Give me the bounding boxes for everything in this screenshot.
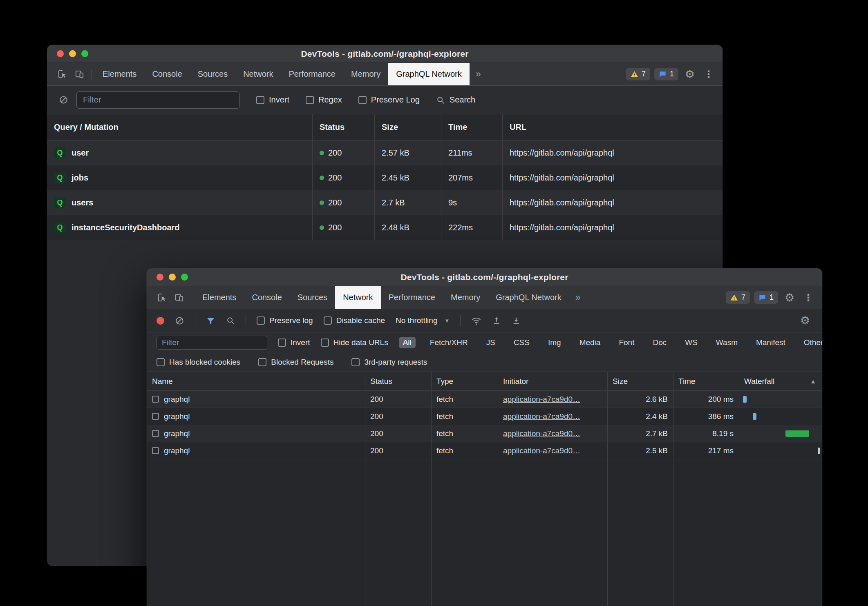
import-har-icon[interactable] (512, 316, 521, 325)
warnings-badge[interactable]: 7 (726, 291, 750, 304)
inspect-icon[interactable] (54, 63, 71, 85)
table-row[interactable]: Qusers 200 2.7 kB 9s https://gitlab.com/… (47, 190, 723, 215)
filter-type-js[interactable]: JS (482, 337, 499, 348)
filter-type-wasm[interactable]: Wasm (712, 337, 742, 348)
filter-type-fetch-xhr[interactable]: Fetch/XHR (426, 337, 472, 348)
settings-gear-icon[interactable]: ⚙ (782, 291, 797, 304)
regex-checkbox[interactable]: Regex (306, 95, 342, 105)
throttling-dropdown[interactable]: No throttling ▼ (396, 316, 450, 325)
preserve-log-checkbox[interactable]: Preserve Log (358, 95, 420, 105)
tab-memory[interactable]: Memory (343, 63, 388, 85)
table-row[interactable]: Quser 200 2.57 kB 211ms https://gitlab.c… (47, 140, 723, 165)
query-name: users (72, 198, 93, 207)
device-toolbar-icon[interactable] (71, 63, 88, 85)
close-button[interactable] (157, 274, 163, 281)
filter-funnel-icon[interactable] (206, 316, 215, 325)
time-value: 9s (441, 190, 503, 215)
tab-memory[interactable]: Memory (443, 286, 488, 309)
close-button[interactable] (57, 50, 64, 57)
column-header-initiator[interactable]: Initiator (498, 372, 607, 390)
clear-icon[interactable] (56, 95, 71, 105)
titlebar[interactable]: DevTools - gitlab.com/-/graphql-explorer (147, 268, 822, 286)
table-row[interactable]: graphql 200 fetch application-a7ca9d0… 2… (147, 408, 822, 425)
disable-cache-checkbox[interactable]: Disable cache (324, 316, 385, 325)
has-blocked-cookies-checkbox[interactable]: Has blocked cookies (157, 358, 240, 367)
inspect-icon[interactable] (153, 286, 170, 309)
kebab-menu-icon[interactable]: ⋮ (801, 292, 816, 303)
initiator-link[interactable]: application-a7ca9d0… (503, 395, 580, 404)
fullscreen-button[interactable] (181, 274, 188, 281)
preserve-log-checkbox[interactable]: Preserve log (257, 316, 313, 325)
filter-type-other[interactable]: Other (800, 337, 822, 348)
kebab-menu-icon[interactable]: ⋮ (701, 69, 716, 80)
initiator-link[interactable]: application-a7ca9d0… (503, 412, 580, 421)
tab-network[interactable]: Network (335, 286, 380, 309)
disable-cache-label: Disable cache (336, 316, 385, 325)
column-header-waterfall[interactable]: Waterfall ▲ (739, 372, 822, 390)
filter-input[interactable] (157, 336, 267, 350)
tab-performance[interactable]: Performance (281, 63, 344, 85)
issues-badge[interactable]: 1 (654, 68, 678, 80)
record-icon[interactable] (157, 317, 164, 325)
column-header-time[interactable]: Time (673, 372, 739, 390)
fullscreen-button[interactable] (81, 50, 88, 57)
column-header-status[interactable]: Status (365, 372, 431, 390)
tab-graphql-network[interactable]: GraphQL Network (388, 63, 469, 85)
tab-elements[interactable]: Elements (95, 63, 144, 85)
url-value: https://gitlab.com/api/graphql (503, 140, 723, 165)
search-icon[interactable] (226, 316, 235, 325)
more-tabs-button[interactable]: » (569, 286, 587, 309)
checkbox (306, 96, 314, 104)
tab-elements[interactable]: Elements (195, 286, 244, 309)
minimize-button[interactable] (69, 50, 76, 57)
column-header-url[interactable]: URL (503, 114, 723, 140)
warnings-badge[interactable]: 7 (626, 68, 650, 80)
more-tabs-button[interactable]: » (470, 63, 487, 85)
search-button[interactable]: Search (436, 95, 475, 105)
tab-network[interactable]: Network (235, 63, 281, 85)
filter-input[interactable] (76, 91, 240, 109)
filter-type-doc[interactable]: Doc (649, 337, 671, 348)
settings-gear-icon[interactable]: ⚙ (682, 68, 697, 81)
tab-console[interactable]: Console (244, 286, 289, 309)
filter-type-font[interactable]: Font (615, 337, 638, 348)
column-header-size[interactable]: Size (375, 114, 441, 140)
tab-sources[interactable]: Sources (190, 63, 235, 85)
column-header-size[interactable]: Size (607, 372, 673, 390)
third-party-requests-checkbox[interactable]: 3rd-party requests (351, 358, 427, 367)
issues-badge[interactable]: 1 (754, 291, 778, 304)
filter-type-all[interactable]: All (399, 337, 416, 348)
table-row[interactable]: graphql 200 fetch application-a7ca9d0… 2… (147, 442, 822, 459)
export-har-icon[interactable] (492, 316, 501, 325)
column-header-type[interactable]: Type (431, 372, 498, 390)
table-row[interactable]: graphql 200 fetch application-a7ca9d0… 2… (147, 425, 822, 442)
table-row[interactable]: Qjobs 200 2.45 kB 207ms https://gitlab.c… (47, 165, 723, 190)
clear-icon[interactable] (175, 316, 184, 325)
filter-type-css[interactable]: CSS (510, 337, 534, 348)
blocked-requests-checkbox[interactable]: Blocked Requests (258, 358, 333, 367)
column-header-time[interactable]: Time (441, 114, 503, 140)
initiator-link[interactable]: application-a7ca9d0… (503, 429, 580, 438)
network-settings-gear-icon[interactable]: ⚙ (798, 314, 812, 327)
table-row[interactable]: QinstanceSecurityDashboard 200 2.48 kB 2… (47, 215, 723, 240)
filter-type-media[interactable]: Media (575, 337, 605, 348)
tab-console[interactable]: Console (144, 63, 190, 85)
network-conditions-icon[interactable] (471, 316, 481, 326)
filter-type-ws[interactable]: WS (681, 337, 702, 348)
titlebar[interactable]: DevTools - gitlab.com/-/graphql-explorer (47, 45, 723, 63)
table-row[interactable]: graphql 200 fetch application-a7ca9d0… 2… (147, 391, 822, 408)
device-toolbar-icon[interactable] (170, 286, 188, 309)
invert-checkbox[interactable]: Invert (278, 338, 310, 347)
tab-graphql-network[interactable]: GraphQL Network (488, 286, 569, 309)
tab-performance[interactable]: Performance (381, 286, 443, 309)
initiator-link[interactable]: application-a7ca9d0… (503, 446, 580, 455)
column-header-status[interactable]: Status (313, 114, 375, 140)
column-header-query-mutation[interactable]: Query / Mutation (47, 114, 313, 140)
tab-sources[interactable]: Sources (290, 286, 335, 309)
column-header-name[interactable]: Name (147, 372, 365, 390)
filter-type-img[interactable]: Img (544, 337, 565, 348)
invert-checkbox[interactable]: Invert (256, 95, 289, 105)
minimize-button[interactable] (169, 274, 176, 281)
filter-type-manifest[interactable]: Manifest (752, 337, 790, 348)
hide-data-urls-checkbox[interactable]: Hide data URLs (321, 338, 388, 347)
